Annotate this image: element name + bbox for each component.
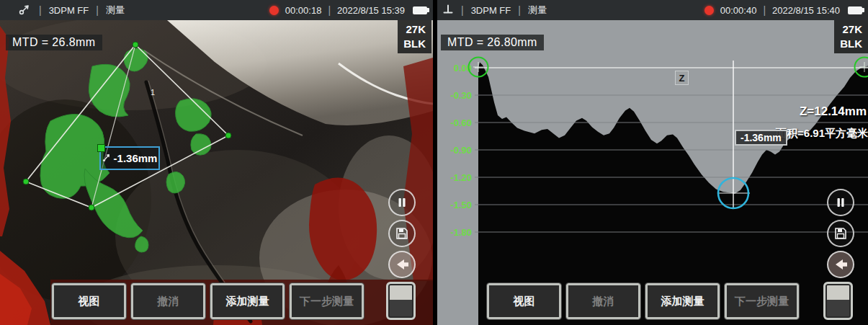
undo-button[interactable]: 撤消	[566, 283, 640, 319]
y-tick-label: -1.50	[450, 200, 472, 210]
next-measurement-button[interactable]: 下一步测量	[290, 283, 364, 319]
separator: |	[763, 4, 766, 16]
cursor-handle[interactable]	[97, 144, 105, 152]
y-tick-label: -1.20	[450, 172, 472, 183]
y-tick-label: -0.90	[450, 145, 472, 156]
zoom-view-badge: 27K BLK	[834, 20, 868, 53]
add-measurement-button[interactable]: 添加测量	[645, 283, 720, 319]
depth-measurement-label[interactable]: -1.36mm	[735, 130, 787, 146]
pause-button[interactable]	[388, 189, 416, 216]
z-length-readout: Z=12.14mm	[800, 104, 867, 119]
zoom-level: 27K	[840, 22, 862, 37]
inspection-image: 1	[0, 20, 433, 325]
save-button[interactable]	[388, 220, 416, 247]
separator: |	[39, 4, 42, 16]
back-button[interactable]	[827, 251, 854, 278]
status-bar: | 3DPM FF | 测量 00:00:40 | 2022/8/15 15:4…	[437, 0, 868, 20]
y-tick-label: -0.60	[450, 117, 472, 128]
battery-icon	[848, 6, 862, 14]
separator: |	[328, 4, 331, 16]
mode-label: 3DPM FF	[49, 5, 89, 16]
depth-profile-icon	[442, 4, 454, 17]
view-mode: BLK	[403, 37, 426, 51]
view-button[interactable]: 视图	[487, 283, 561, 319]
mtd-readout: MTD = 26.80mm	[441, 35, 544, 50]
separator: |	[461, 4, 464, 16]
y-tick-label: -0.30	[450, 90, 472, 101]
add-measurement-button[interactable]: 添加测量	[210, 283, 285, 319]
record-icon	[269, 6, 279, 15]
zoom-level: 27K	[403, 22, 426, 37]
left-live-image-panel: | 3DPM FF | 测量 00:00:18 | 2022/8/15 15:3…	[0, 0, 433, 325]
mode-label: 3DPM FF	[471, 5, 511, 16]
screen-toggle-icon[interactable]	[823, 282, 853, 320]
zoom-view-badge: 27K BLK	[398, 20, 431, 53]
live-image-view: 1 MTD = 26.8mm 27K BLK -1.36mm	[0, 20, 433, 325]
datetime-label: 2022/8/15 15:40	[772, 5, 840, 16]
depth-profile-chart: 0.00-0.30-0.60-0.90-1.20-1.50-1.80	[437, 20, 868, 325]
record-icon	[704, 6, 714, 15]
depth-value: -1.36mm	[114, 152, 158, 164]
depth-measurement-label[interactable]: -1.36mm	[99, 146, 160, 170]
separator: |	[96, 4, 99, 16]
undo-button[interactable]: 撤消	[131, 283, 205, 319]
back-button[interactable]	[388, 251, 416, 278]
steering-probe-icon	[19, 3, 32, 17]
status-bar: | 3DPM FF | 测量 00:00:18 | 2022/8/15 15:3…	[0, 0, 433, 20]
battery-icon	[413, 6, 427, 14]
right-depth-profile-panel: | 3DPM FF | 测量 00:00:40 | 2022/8/15 15:4…	[437, 0, 868, 325]
z-marker-label[interactable]: Z	[675, 71, 689, 85]
action-bar: 视图 撤消 添加测量 下一步测量	[52, 283, 364, 319]
point-number-label: 1	[151, 88, 155, 97]
y-tick-label: -1.80	[450, 227, 472, 238]
separator: |	[518, 4, 521, 16]
area-readout: 面积=6.91平方毫米	[776, 127, 868, 141]
cursor-icon	[102, 152, 112, 164]
save-button[interactable]	[827, 220, 854, 247]
tab-measure[interactable]: 测量	[106, 4, 125, 17]
profile-chart-view: 0.00-0.30-0.60-0.90-1.20-1.50-1.80 MTD =…	[437, 20, 868, 325]
datetime-label: 2022/8/15 15:39	[337, 5, 405, 16]
tab-measure[interactable]: 测量	[528, 4, 547, 17]
view-mode: BLK	[840, 37, 862, 51]
record-time: 00:00:18	[285, 5, 322, 16]
next-measurement-button[interactable]: 下一步测量	[725, 283, 799, 319]
pause-button[interactable]	[827, 189, 854, 216]
action-bar: 视图 撤消 添加测量 下一步测量	[487, 283, 799, 319]
view-button[interactable]: 视图	[52, 283, 126, 319]
screen-toggle-icon[interactable]	[386, 282, 416, 320]
record-time: 00:00:40	[720, 5, 757, 16]
mtd-readout: MTD = 26.8mm	[6, 35, 102, 50]
